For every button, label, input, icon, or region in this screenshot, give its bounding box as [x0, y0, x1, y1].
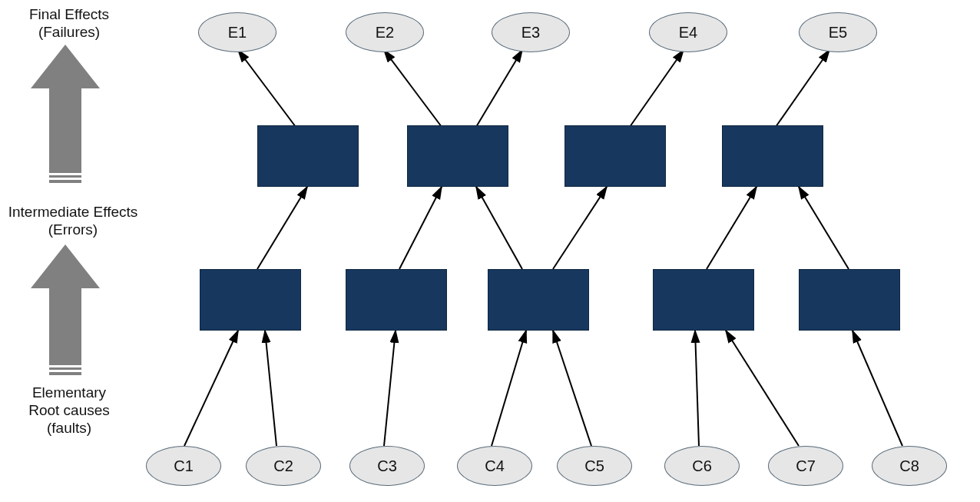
lower-block-L2: [346, 269, 447, 331]
edge-U2-E3: [476, 50, 522, 127]
svg-marker-3: [31, 244, 100, 365]
svg-rect-4: [49, 367, 81, 370]
svg-rect-5: [49, 372, 81, 375]
cause-node-C6: C6: [664, 446, 740, 486]
effect-node-E5: E5: [799, 12, 877, 52]
label-elementary: Elementary Root causes (faults): [15, 384, 123, 437]
text: C5: [584, 457, 604, 475]
cause-node-C4: C4: [457, 446, 532, 486]
text: C1: [174, 457, 194, 475]
edge-L2-U2: [399, 187, 442, 269]
text: Intermediate Effects: [8, 204, 138, 220]
text: C2: [273, 457, 293, 475]
text: (faults): [47, 420, 91, 436]
upper-block-U3: [564, 125, 666, 187]
upper-block-U1: [257, 125, 359, 187]
text: Root causes: [28, 402, 110, 418]
lower-block-L1: [200, 269, 301, 331]
edge-U2-E2: [384, 50, 442, 127]
text: (Failures): [38, 24, 100, 40]
edge-C1-L1: [184, 331, 238, 446]
lower-block-L3: [488, 269, 589, 331]
lower-block-L5: [799, 269, 900, 331]
cause-node-C2: C2: [246, 446, 321, 486]
text: Final Effects: [29, 6, 109, 22]
cause-node-C1: C1: [146, 446, 221, 486]
text: E4: [679, 24, 697, 42]
edge-U1-E1: [238, 50, 296, 127]
svg-marker-0: [31, 45, 100, 173]
label-final-effects: Final Effects (Failures): [15, 6, 123, 42]
cause-node-C7: C7: [768, 446, 843, 486]
edge-C7-L4: [726, 331, 799, 446]
svg-rect-2: [49, 180, 81, 183]
edge-L3-U3: [553, 187, 607, 269]
edge-U4-E5: [776, 50, 829, 127]
text: C8: [899, 457, 919, 475]
text: C3: [377, 457, 397, 475]
effect-node-E3: E3: [492, 12, 570, 52]
text: C4: [485, 457, 505, 475]
cause-node-C8: C8: [872, 446, 947, 486]
edge-L5-U4: [799, 187, 849, 269]
label-intermediate: Intermediate Effects (Errors): [0, 204, 146, 239]
lower-block-L4: [653, 269, 754, 331]
text: (Errors): [48, 221, 98, 238]
text: E3: [521, 24, 540, 42]
text: E1: [228, 24, 247, 42]
edge-C8-L5: [853, 331, 902, 446]
upper-block-U4: [722, 125, 823, 187]
svg-rect-1: [49, 175, 81, 178]
edge-U3-E4: [630, 50, 684, 127]
effect-node-E2: E2: [346, 12, 424, 52]
text: C6: [692, 457, 712, 475]
text: C7: [796, 457, 816, 475]
up-arrow-top: [31, 45, 100, 183]
edge-C5-L3: [553, 331, 591, 446]
edge-C2-L1: [265, 331, 276, 446]
edge-C3-L2: [384, 331, 396, 446]
edge-L4-U4: [707, 187, 757, 269]
text: E5: [829, 24, 847, 42]
up-arrow-bottom: [31, 244, 100, 375]
level-arrows-svg: [0, 0, 980, 502]
edge-L3-U2: [476, 187, 522, 269]
edge-L1-U1: [257, 187, 307, 269]
cause-node-C5: C5: [557, 446, 632, 486]
upper-block-U2: [407, 125, 508, 187]
connector-svg: [0, 0, 980, 502]
text: Elementary: [32, 384, 106, 401]
edge-C4-L3: [492, 331, 526, 446]
cause-node-C3: C3: [349, 446, 425, 486]
diagram-canvas: Final Effects (Failures) Intermediate Ef…: [0, 0, 980, 502]
text: E2: [376, 24, 394, 42]
edge-C6-L4: [695, 331, 699, 446]
effect-node-E1: E1: [198, 12, 276, 52]
effect-node-E4: E4: [649, 12, 727, 52]
